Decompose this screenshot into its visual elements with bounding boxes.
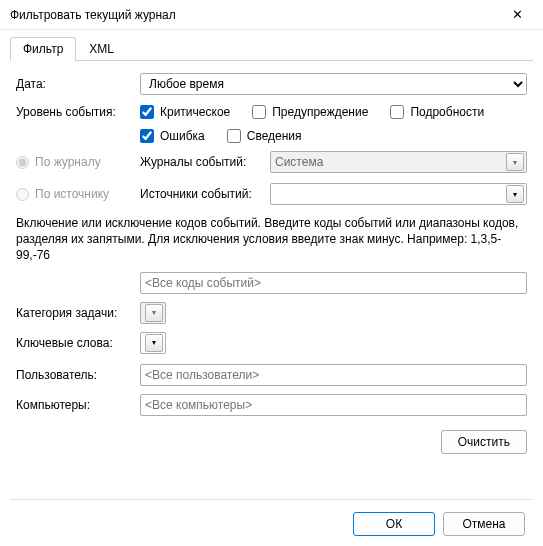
chevron-down-icon[interactable]: ▾ xyxy=(506,185,524,203)
form-area: Дата: Любое время Уровень события: Крити… xyxy=(10,69,533,499)
chk-error-label: Ошибка xyxy=(160,129,205,143)
label-level: Уровень события: xyxy=(16,103,140,119)
chk-information-input[interactable] xyxy=(227,129,241,143)
task-category-combo: ▾ xyxy=(140,302,166,324)
tabstrip: Фильтр XML xyxy=(10,36,533,61)
radio-by-source: По источнику xyxy=(16,187,140,201)
chk-warning-label: Предупреждение xyxy=(272,105,368,119)
chk-information-label: Сведения xyxy=(247,129,302,143)
event-ids-input[interactable] xyxy=(140,272,527,294)
radio-by-log-input xyxy=(16,156,29,169)
row-clear: Очистить xyxy=(16,430,527,454)
chk-warning-input[interactable] xyxy=(252,105,266,119)
chevron-down-icon: ▾ xyxy=(506,153,524,171)
label-date: Дата: xyxy=(16,77,140,91)
chk-information[interactable]: Сведения xyxy=(227,129,302,143)
label-computers: Компьютеры: xyxy=(16,398,140,412)
radio-by-log-label: По журналу xyxy=(35,155,101,169)
row-event-ids xyxy=(16,272,527,294)
row-computers: Компьютеры: xyxy=(16,394,527,416)
label-keywords: Ключевые слова: xyxy=(16,336,140,350)
event-ids-help: Включение или исключение кодов событий. … xyxy=(16,215,527,264)
chevron-down-icon: ▾ xyxy=(145,304,163,322)
chk-critical-input[interactable] xyxy=(140,105,154,119)
chk-verbose[interactable]: Подробности xyxy=(390,105,484,119)
row-user: Пользователь: xyxy=(16,364,527,386)
date-select[interactable]: Любое время xyxy=(140,73,527,95)
clear-button[interactable]: Очистить xyxy=(441,430,527,454)
chk-critical[interactable]: Критическое xyxy=(140,105,230,119)
dialog-footer: ОК Отмена xyxy=(10,499,533,536)
row-date: Дата: Любое время xyxy=(16,73,527,95)
row-by-log: По журналу Журналы событий: Система ▾ xyxy=(16,151,527,173)
row-keywords: Ключевые слова: ▾ xyxy=(16,332,527,354)
tab-filter[interactable]: Фильтр xyxy=(10,37,76,61)
label-task-category: Категория задачи: xyxy=(16,306,140,320)
chk-warning[interactable]: Предупреждение xyxy=(252,105,368,119)
row-task-category: Категория задачи: ▾ xyxy=(16,302,527,324)
label-event-sources: Источники событий: xyxy=(140,187,270,201)
keywords-combo[interactable]: ▾ xyxy=(140,332,166,354)
chk-verbose-label: Подробности xyxy=(410,105,484,119)
radio-by-source-input xyxy=(16,188,29,201)
row-by-source: По источнику Источники событий: ▾ xyxy=(16,183,527,205)
event-sources-combo[interactable]: ▾ xyxy=(270,183,527,205)
chk-critical-label: Критическое xyxy=(160,105,230,119)
titlebar: Фильтровать текущий журнал ✕ xyxy=(0,0,543,30)
chk-error-input[interactable] xyxy=(140,129,154,143)
tab-xml[interactable]: XML xyxy=(76,37,127,61)
chk-verbose-input[interactable] xyxy=(390,105,404,119)
label-user: Пользователь: xyxy=(16,368,140,382)
window-title: Фильтровать текущий журнал xyxy=(10,8,499,22)
close-icon: ✕ xyxy=(512,7,523,22)
radio-by-log: По журналу xyxy=(16,155,140,169)
label-event-logs: Журналы событий: xyxy=(140,155,270,169)
dialog-body: Фильтр XML Дата: Любое время Уровень соб… xyxy=(0,30,543,546)
event-logs-combo: Система ▾ xyxy=(270,151,527,173)
radio-by-source-label: По источнику xyxy=(35,187,109,201)
ok-button[interactable]: ОК xyxy=(353,512,435,536)
user-input[interactable] xyxy=(140,364,527,386)
chevron-down-icon[interactable]: ▾ xyxy=(145,334,163,352)
level-group: Критическое Предупреждение Подробности О… xyxy=(140,103,527,143)
row-level: Уровень события: Критическое Предупрежде… xyxy=(16,103,527,143)
computers-input[interactable] xyxy=(140,394,527,416)
chk-error[interactable]: Ошибка xyxy=(140,129,205,143)
cancel-button[interactable]: Отмена xyxy=(443,512,525,536)
event-logs-value: Система xyxy=(275,155,323,169)
close-button[interactable]: ✕ xyxy=(499,0,535,30)
